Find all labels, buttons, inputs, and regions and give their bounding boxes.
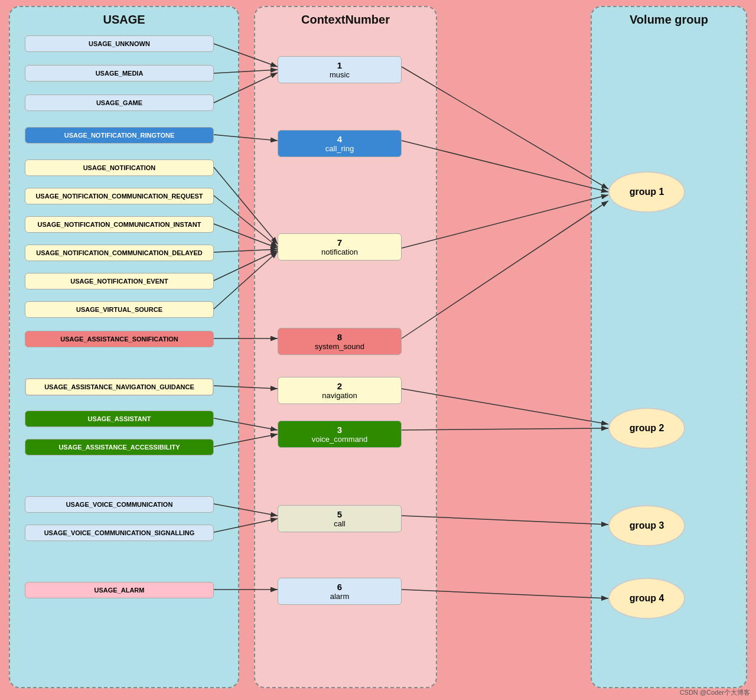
- ctx-notification: 7 notification: [278, 233, 402, 261]
- usage-notif-event: USAGE_NOTIFICATION_EVENT: [25, 273, 214, 289]
- context-title: ContextNumber: [254, 13, 437, 27]
- usage-unknown: USAGE_UNKNOWN: [25, 35, 214, 52]
- volume-title: Volume group: [591, 13, 747, 27]
- usage-virtual-source: USAGE_VIRTUAL_SOURCE: [25, 301, 214, 318]
- usage-game: USAGE_GAME: [25, 95, 214, 111]
- usage-voice-comm: USAGE_VOICE_COMMUNICATION: [25, 496, 214, 513]
- ctx-system-sound: 8 system_sound: [278, 328, 402, 355]
- usage-media: USAGE_MEDIA: [25, 65, 214, 82]
- usage-assist-access: USAGE_ASSISTANCE_ACCESSIBILITY: [25, 439, 214, 455]
- usage-assist-sonification: USAGE_ASSISTANCE_SONIFICATION: [25, 331, 214, 347]
- usage-notif-comm-instant: USAGE_NOTIFICATION_COMMUNICATION_INSTANT: [25, 216, 214, 233]
- ctx-music: 1 music: [278, 56, 402, 83]
- usage-voice-comm-sig: USAGE_VOICE_COMMUNICATION_SIGNALLING: [25, 525, 214, 541]
- group2: group 2: [608, 408, 685, 449]
- ctx-call-ring: 4 call_ring: [278, 130, 402, 157]
- ctx-navigation: 2 navigation: [278, 377, 402, 404]
- usage-alarm: USAGE_ALARM: [25, 582, 214, 598]
- ctx-voice-command: 3 voice_command: [278, 421, 402, 448]
- usage-notif-comm-delayed: USAGE_NOTIFICATION_COMMUNICATION_DELAYED: [25, 245, 214, 261]
- ctx-call: 5 call: [278, 505, 402, 532]
- watermark: CSDN @Coder个大博客: [680, 688, 750, 697]
- usage-notification: USAGE_NOTIFICATION: [25, 159, 214, 176]
- usage-notif-comm-req: USAGE_NOTIFICATION_COMMUNICATION_REQUEST: [25, 188, 214, 204]
- usage-assist-nav: USAGE_ASSISTANCE_NAVIGATION_GUIDANCE: [25, 378, 214, 396]
- group1: group 1: [608, 171, 685, 213]
- usage-notif-ringtone: USAGE_NOTIFICATION_RINGTONE: [25, 127, 214, 144]
- usage-assistant: USAGE_ASSISTANT: [25, 411, 214, 427]
- ctx-alarm: 6 alarm: [278, 578, 402, 605]
- usage-title: USAGE: [9, 13, 239, 27]
- group3: group 3: [608, 505, 685, 546]
- group4: group 4: [608, 578, 685, 619]
